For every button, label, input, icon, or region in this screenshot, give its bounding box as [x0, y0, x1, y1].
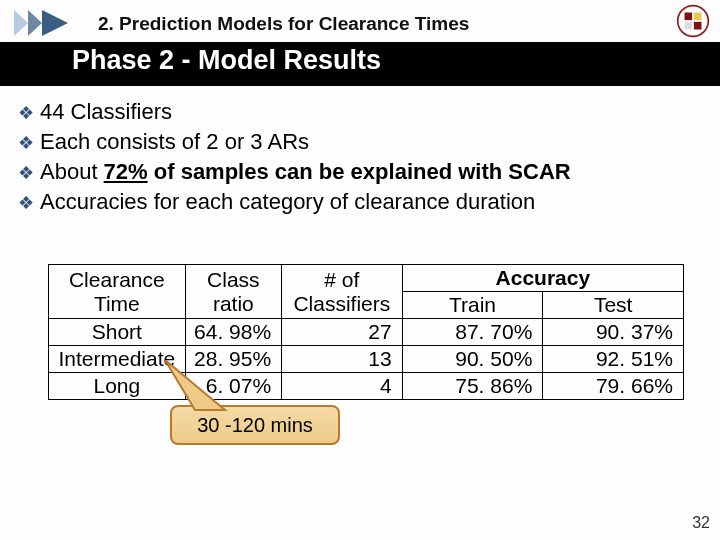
svg-marker-1: [28, 10, 42, 36]
bullet-text: About 72% of samples can be explained wi…: [40, 158, 571, 186]
bullet-list: ❖ 44 Classifiers ❖ Each consists of 2 or…: [18, 98, 698, 219]
svg-marker-2: [42, 10, 68, 36]
svg-rect-5: [694, 13, 702, 21]
svg-rect-6: [685, 22, 693, 30]
nav-arrows-icon: [14, 10, 70, 36]
cell-test: 92. 51%: [543, 346, 684, 373]
bullet-item: ❖ Each consists of 2 or 3 ARs: [18, 128, 698, 156]
section-label: 2. Prediction Models for Clearance Times: [98, 13, 469, 35]
svg-marker-0: [14, 10, 28, 36]
bullet-item: ❖ Accuracies for each category of cleara…: [18, 188, 698, 216]
cell-train: 75. 86%: [402, 373, 543, 400]
cell-nof: 4: [282, 373, 403, 400]
bullet-icon: ❖: [18, 102, 34, 125]
svg-rect-7: [694, 22, 702, 30]
svg-marker-8: [165, 360, 225, 410]
bullet-text: 44 Classifiers: [40, 98, 172, 126]
university-logo: [676, 4, 710, 38]
table-row: Intermediate 28. 95% 13 90. 50% 92. 51%: [49, 346, 684, 373]
results-table: Clearance Time Class ratio # of Classifi…: [48, 264, 684, 400]
table-row: Short 64. 98% 27 87. 70% 90. 37%: [49, 319, 684, 346]
col-header-clearance: Clearance Time: [49, 265, 186, 319]
bullet-icon: ❖: [18, 162, 34, 185]
cell-nof: 27: [282, 319, 403, 346]
cell-test: 79. 66%: [543, 373, 684, 400]
table-row: Long 6. 07% 4 75. 86% 79. 66%: [49, 373, 684, 400]
cell-train: 90. 50%: [402, 346, 543, 373]
col-header-train: Train: [402, 292, 543, 319]
cell-clearance: Short: [49, 319, 186, 346]
slide: 2. Prediction Models for Clearance Times…: [0, 0, 720, 540]
col-header-ratio: Class ratio: [185, 265, 281, 319]
col-header-test: Test: [543, 292, 684, 319]
cell-nof: 13: [282, 346, 403, 373]
col-header-accuracy: Accuracy: [402, 265, 683, 292]
cell-ratio: 64. 98%: [185, 319, 281, 346]
page-title: Phase 2 - Model Results: [72, 45, 381, 76]
cell-test: 90. 37%: [543, 319, 684, 346]
page-number: 32: [692, 514, 710, 532]
title-bar: Phase 2 - Model Results: [0, 42, 720, 86]
bullet-icon: ❖: [18, 132, 34, 155]
svg-point-3: [678, 6, 709, 37]
emphasized-value: 72%: [104, 159, 148, 184]
bullet-icon: ❖: [18, 192, 34, 215]
bullet-item: ❖ 44 Classifiers: [18, 98, 698, 126]
bullet-text: Each consists of 2 or 3 ARs: [40, 128, 309, 156]
callout-pointer-icon: [155, 360, 245, 424]
cell-train: 87. 70%: [402, 319, 543, 346]
svg-rect-4: [685, 13, 693, 21]
bullet-item: ❖ About 72% of samples can be explained …: [18, 158, 698, 186]
bullet-text: Accuracies for each category of clearanc…: [40, 188, 535, 216]
col-header-nof: # of Classifiers: [282, 265, 403, 319]
